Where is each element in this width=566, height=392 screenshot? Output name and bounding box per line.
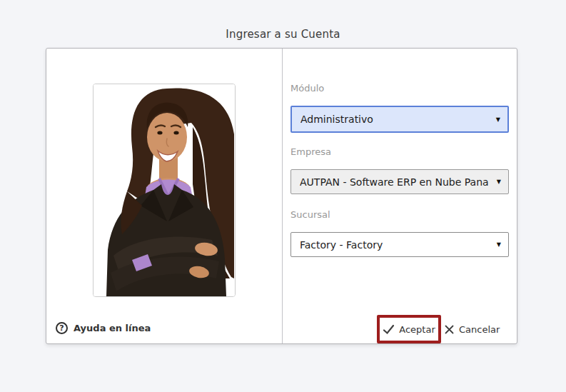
chevron-down-icon: ▼: [497, 241, 501, 248]
empresa-select[interactable]: AUTPAN - Software ERP en Nube Pana ▼: [290, 169, 509, 194]
sucursal-label: Sucursal: [290, 209, 509, 220]
accept-button[interactable]: Aceptar: [383, 324, 435, 335]
chevron-down-icon: ▼: [497, 179, 501, 185]
portrait-illustration: [94, 84, 235, 296]
modulo-select[interactable]: Administrativo ▼: [290, 106, 509, 133]
panel-divider: [282, 49, 283, 343]
user-photo: [93, 84, 236, 297]
cancel-button[interactable]: Cancelar: [444, 324, 500, 335]
sucursal-selected-value: Factory - Factory: [300, 239, 494, 251]
chevron-down-icon: ▼: [496, 116, 500, 123]
sucursal-select[interactable]: Factory - Factory ▼: [290, 232, 509, 257]
help-link[interactable]: ? Ayuda en línea: [56, 321, 151, 334]
login-panel: Módulo Administrativo ▼ Empresa AUTPAN -…: [46, 48, 517, 344]
modulo-label: Módulo: [290, 83, 509, 94]
modulo-selected-value: Administrativo: [300, 114, 493, 125]
help-label: Ayuda en línea: [74, 323, 151, 333]
annotation-highlight-box: Aceptar: [377, 315, 441, 343]
check-icon: [383, 324, 395, 335]
cancel-button-label: Cancelar: [459, 324, 500, 335]
question-icon: ?: [56, 322, 68, 334]
page-title: Ingresar a su Cuenta: [0, 28, 566, 41]
accept-button-label: Aceptar: [399, 324, 435, 335]
x-icon: [444, 324, 455, 335]
empresa-selected-value: AUTPAN - Software ERP en Nube Pana: [300, 176, 494, 188]
empresa-label: Empresa: [290, 146, 509, 157]
